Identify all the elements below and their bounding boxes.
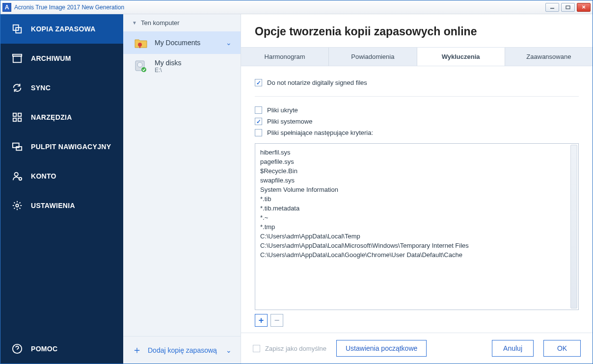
- svg-rect-8: [13, 118, 16, 121]
- tab-body: Do not notarize digitally signed files P…: [241, 66, 593, 333]
- sync-icon: [11, 82, 23, 94]
- list-item[interactable]: hiberfil.sys: [260, 148, 573, 157]
- criteria-label: Pliki spełniające następujące kryteria:: [267, 129, 373, 136]
- tab-schedule[interactable]: Harmonogram: [241, 48, 329, 66]
- svg-rect-17: [139, 46, 140, 48]
- system-files-checkbox[interactable]: [255, 118, 262, 125]
- initial-settings-button[interactable]: Ustawienia początkowe: [336, 340, 427, 357]
- list-item[interactable]: C:\Users\adm\AppData\Local\Temp: [260, 232, 573, 241]
- sidebar-item-help[interactable]: POMOC: [0, 334, 123, 364]
- sidebar-item-tools[interactable]: NARZĘDZIA: [0, 103, 123, 132]
- svg-point-13: [19, 178, 22, 181]
- hidden-files-checkbox[interactable]: [255, 106, 262, 114]
- svg-point-14: [16, 204, 19, 207]
- sidebar-item-archive[interactable]: ARCHIWUM: [0, 44, 123, 73]
- sidebar-item-label: ARCHIWUM: [31, 54, 71, 62]
- add-backup-button[interactable]: ＋ Dodaj kopię zapasową ⌄: [123, 336, 241, 364]
- folder-cert-icon: [134, 36, 148, 49]
- notarize-checkbox[interactable]: [255, 79, 262, 86]
- list-item[interactable]: C:\Users\adm\AppData\Local\Google\Chrome…: [260, 250, 573, 260]
- remove-criteria-button[interactable]: −: [270, 314, 283, 327]
- titlebar: A Acronis True Image 2017 New Generation…: [0, 0, 593, 14]
- system-files-row: Pliki systemowe: [255, 116, 579, 127]
- close-button[interactable]: ✕: [577, 3, 591, 12]
- chevron-down-icon: ⌄: [226, 346, 232, 354]
- sidebar-item-sync[interactable]: SYNC: [0, 73, 123, 103]
- sidebar-item-label: USTAWIENIA: [31, 202, 75, 209]
- sidebar: KOPIA ZAPASOWA ARCHIWUM SYNC NARZĘDZIA P…: [0, 14, 123, 364]
- backup-item-label: My Documents: [155, 39, 200, 47]
- list-item[interactable]: C:\Users\adm\AppData\Local\Microsoft\Win…: [260, 241, 573, 250]
- tab-exclusions[interactable]: Wykluczenia: [417, 48, 505, 66]
- options-panel: Opcje tworzenia kopii zapasowych online …: [241, 14, 593, 364]
- maximize-button[interactable]: [561, 3, 575, 12]
- svg-rect-5: [13, 54, 22, 56]
- app-logo-icon: A: [2, 3, 11, 12]
- svg-rect-6: [13, 113, 16, 116]
- list-item[interactable]: $Recycle.Bin: [260, 166, 573, 176]
- group-header[interactable]: ▼ Ten komputer: [123, 14, 241, 31]
- tab-notifications[interactable]: Powiadomienia: [329, 48, 417, 66]
- ok-button[interactable]: OK: [543, 340, 581, 357]
- list-item[interactable]: swapfile.sys: [260, 176, 573, 185]
- grid-icon: [11, 111, 23, 123]
- sidebar-item-backup[interactable]: KOPIA ZAPASOWA: [0, 14, 123, 44]
- divider: [255, 96, 579, 97]
- tabs: Harmonogram Powiadomienia Wykluczenia Za…: [241, 47, 593, 66]
- tab-advanced[interactable]: Zaawansowane: [505, 48, 593, 66]
- list-item[interactable]: *.~: [260, 213, 573, 222]
- sidebar-item-dashboard[interactable]: PULPIT NAWIGACYJNY: [0, 132, 123, 161]
- svg-point-20: [141, 67, 146, 72]
- account-icon: [11, 170, 23, 182]
- criteria-checkbox[interactable]: [255, 129, 262, 136]
- sidebar-item-settings[interactable]: USTAWIENIA: [0, 191, 123, 220]
- sidebar-item-label: KONTO: [31, 172, 56, 180]
- list-item[interactable]: *.tib.metadata: [260, 204, 573, 213]
- svg-rect-1: [566, 6, 570, 9]
- plus-icon: ＋: [132, 343, 142, 357]
- backup-item-sub: E:\: [155, 67, 181, 74]
- backup-item-documents[interactable]: My Documents ⌄: [123, 31, 241, 54]
- sidebar-item-label: SYNC: [31, 84, 51, 92]
- svg-point-19: [137, 62, 142, 67]
- notarize-label: Do not notarize digitally signed files: [267, 79, 367, 86]
- system-files-label: Pliki systemowe: [267, 118, 312, 125]
- sidebar-item-account[interactable]: KONTO: [0, 161, 123, 191]
- svg-point-16: [138, 43, 142, 47]
- help-icon: [11, 343, 23, 355]
- list-item[interactable]: *.tmp: [260, 222, 573, 232]
- sidebar-item-label: NARZĘDZIA: [31, 113, 72, 121]
- minimize-button[interactable]: [545, 3, 559, 12]
- svg-rect-4: [13, 56, 22, 62]
- panel-title: Opcje tworzenia kopii zapasowych online: [241, 14, 593, 47]
- svg-rect-9: [18, 118, 21, 121]
- backup-item-disks[interactable]: My disks E:\: [123, 54, 241, 78]
- footer: Zapisz jako domyślne Ustawienia początko…: [241, 333, 593, 364]
- archive-icon: [11, 52, 23, 64]
- svg-rect-7: [18, 113, 21, 116]
- copy-icon: [11, 23, 23, 35]
- gear-icon: [11, 200, 23, 211]
- svg-point-12: [15, 173, 18, 176]
- dashboard-icon: [11, 141, 23, 153]
- sidebar-item-label: KOPIA ZAPASOWA: [31, 25, 96, 33]
- sidebar-item-label: PULPIT NAWIGACYJNY: [31, 143, 111, 151]
- list-item[interactable]: pagefile.sys: [260, 157, 573, 166]
- disk-icon: [134, 60, 148, 73]
- list-controls: + −: [255, 314, 579, 327]
- save-default-row: Zapisz jako domyślne: [253, 343, 326, 354]
- cancel-button[interactable]: Anuluj: [492, 340, 534, 357]
- save-default-label: Zapisz jako domyślne: [265, 345, 326, 352]
- backup-item-label: My disks: [155, 59, 181, 67]
- app-window: A Acronis True Image 2017 New Generation…: [0, 0, 593, 364]
- window-title: Acronis True Image 2017 New Generation: [14, 4, 545, 11]
- collapse-icon: ▼: [132, 20, 137, 26]
- list-item[interactable]: System Volume Information: [260, 185, 573, 194]
- add-backup-label: Dodaj kopię zapasową: [148, 346, 217, 354]
- group-label: Ten komputer: [141, 19, 180, 26]
- save-default-checkbox[interactable]: [253, 345, 260, 352]
- add-criteria-button[interactable]: +: [255, 314, 268, 327]
- criteria-row: Pliki spełniające następujące kryteria:: [255, 127, 579, 138]
- criteria-listbox[interactable]: hiberfil.sys pagefile.sys $Recycle.Bin s…: [255, 143, 579, 310]
- list-item[interactable]: *.tib: [260, 194, 573, 204]
